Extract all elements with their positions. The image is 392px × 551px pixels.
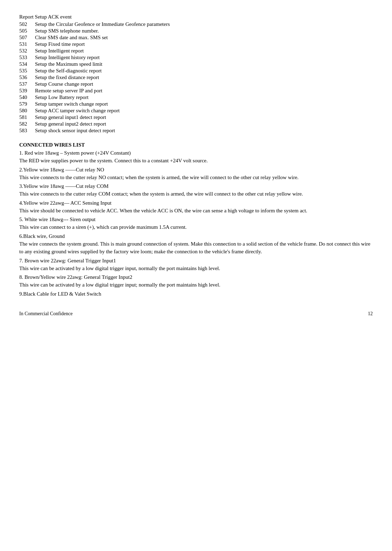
list-item: 540Setup Low Battery report [19,94,373,100]
item-number: 502 [19,21,35,27]
item-text: Setup ACC tamper switch change report [35,108,373,114]
item-number: 539 [19,88,35,94]
wire-title: 2.Yellow wire 18awg ——Cut relay NO [19,167,373,173]
item-number: 533 [19,55,35,61]
footer-left: In Commercial Confidence [19,311,72,317]
list-item: 505Setup SMS telephone number. [19,28,373,34]
list-item: 534Setup the Maximum speed limit [19,61,373,67]
wire-description: This wire can be activated by a low digi… [19,281,373,289]
wire-title: 8. Brown/Yellow wire 22awg: General Trig… [19,274,373,280]
item-text: Setup the Self-diagnostic report [35,68,373,74]
item-text: Clear SMS date and max. SMS set [35,35,373,41]
list-item: 533Setup Intelligent history report [19,55,373,61]
wire-description: The RED wire supplies power to the syste… [19,157,373,165]
wire-title: 4.Yellow wire 22awg— ACC Sensing Input [19,200,373,206]
item-number: 582 [19,121,35,127]
footer: In Commercial Confidence 12 [19,311,373,317]
item-number: 535 [19,68,35,74]
wire-description: This wire should be connected to vehicle… [19,207,373,215]
item-number: 540 [19,94,35,100]
item-text: Setup general input2 detect report [35,121,373,127]
wire-title: 7. Brown wire 22awg: General Trigger Inp… [19,258,373,264]
item-text: Setup shock sensor input detect report [35,128,373,134]
wire-title: 9.Black Cable for LED & Valet Switch [19,291,373,297]
item-number: 531 [19,41,35,47]
wire-description: This wire can be activated by a low digi… [19,264,373,273]
list-item: 539Remote setup server IP and port [19,88,373,94]
item-number: 583 [19,128,35,134]
list-item: 579Setup tamper switch change report [19,101,373,107]
item-number: 537 [19,81,35,87]
wire-title: 3.Yellow wire 18awg ——Cut relay COM [19,183,373,189]
list-item: 532Setup Intelligent report [19,48,373,54]
list-item: 580Setup ACC tamper switch change report [19,108,373,114]
item-text: Setup tamper switch change report [35,101,373,107]
footer-right: 12 [368,311,373,317]
list-item: 502Setup the Circular Geofence or Immedi… [19,21,373,27]
wire-title: 1. Red wire 18awg – System power (+24V C… [19,150,373,156]
item-number: 534 [19,61,35,67]
item-text: Setup general input1 detect report [35,114,373,120]
item-number: 580 [19,108,35,114]
wire-description: This wire connects to the cutter relay N… [19,174,373,182]
wire-description: This wire connects to the cutter relay C… [19,190,373,198]
list-item: 582Setup general input2 detect report [19,121,373,127]
wire-description: This wire can connect to a siren (+), wh… [19,223,373,231]
list-item: 581Setup general input1 detect report [19,114,373,120]
items-list: 502Setup the Circular Geofence or Immedi… [19,21,373,134]
item-text: Setup the Circular Geofence or Immediate… [35,21,373,27]
list-item: 536Setup the fixed distance report [19,75,373,80]
list-item: 537Setup Course change report [19,81,373,87]
main-content: Report Setup ACK event 502Setup the Circ… [19,14,373,317]
item-text: Setup SMS telephone number. [35,28,373,34]
wire-title: 5. White wire 18awg--- Siren output [19,217,373,222]
item-text: Setup Intelligent report [35,48,373,54]
section-title: CONNECTED WIRES LIST [19,142,373,148]
item-text: Setup Course change report [35,81,373,87]
item-text: Setup the fixed distance report [35,75,373,80]
item-number: 505 [19,28,35,34]
item-number: 581 [19,114,35,120]
wire-title: 6.Black wire, Ground [19,233,373,239]
item-number: 536 [19,75,35,80]
item-number: 507 [19,35,35,41]
item-text: Setup the Maximum speed limit [35,61,373,67]
wires-list: 1. Red wire 18awg – System power (+24V C… [19,150,373,297]
item-text: Setup Fixed time report [35,41,373,47]
item-number: 532 [19,48,35,54]
ack-event-line: Report Setup ACK event [19,14,373,20]
item-text: Setup Intelligent history report [35,55,373,61]
list-item: 531Setup Fixed time report [19,41,373,47]
wire-description: The wire connects the system ground. Thi… [19,240,373,256]
item-number: 579 [19,101,35,107]
item-text: Remote setup server IP and port [35,88,373,94]
list-item: 507Clear SMS date and max. SMS set [19,35,373,41]
list-item: 583Setup shock sensor input detect repor… [19,128,373,134]
item-text: Setup Low Battery report [35,94,373,100]
list-item: 535Setup the Self-diagnostic report [19,68,373,74]
